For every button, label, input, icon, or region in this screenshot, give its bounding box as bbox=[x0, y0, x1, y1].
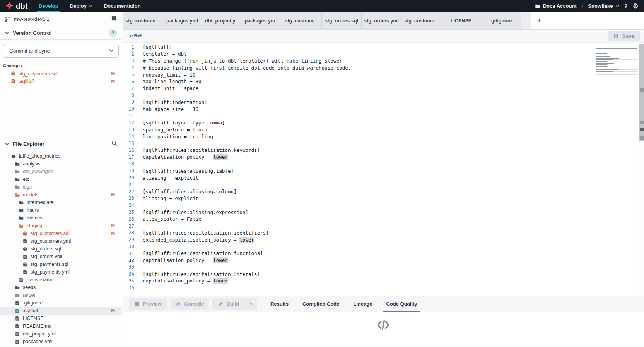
editor-tab[interactable]: stg_orders.yml bbox=[362, 12, 401, 29]
file-tree-item[interactable]: .gitignore bbox=[0, 299, 122, 307]
code-line[interactable]: 7 indent_unit = space bbox=[123, 85, 639, 92]
file-tree-item[interactable]: stg_orders.yml bbox=[0, 253, 122, 260]
file-tree-item[interactable]: staging M bbox=[0, 222, 122, 230]
nav-item[interactable]: Develop bbox=[39, 0, 58, 12]
file-tree-item[interactable]: overview.md bbox=[0, 276, 122, 284]
file-tree-item[interactable]: dbt_project.yml bbox=[0, 330, 122, 338]
minimap[interactable] bbox=[596, 46, 638, 75]
code-editor[interactable]: 1 [sqlfluff] 2 templater = dbt 3 # This … bbox=[123, 43, 644, 296]
code-line[interactable]: 36 bbox=[123, 284, 639, 291]
settings-gear-icon[interactable]: ⚙ bbox=[633, 3, 639, 9]
new-tab-button[interactable]: + bbox=[531, 12, 547, 29]
code-line[interactable]: 23 aliasing = explicit bbox=[123, 195, 639, 202]
file-tree-item[interactable]: .sqlfluff M bbox=[0, 307, 122, 315]
editor-scrollbar[interactable] bbox=[639, 43, 644, 296]
commit-options-toggle[interactable] bbox=[104, 44, 118, 57]
file-tree-item[interactable]: stg_customers.sql M bbox=[0, 230, 122, 237]
code-line[interactable]: 24 bbox=[123, 202, 639, 209]
code-line[interactable]: 11 bbox=[123, 112, 639, 119]
code-line[interactable]: 35 capitalisation_policy = lower bbox=[123, 277, 639, 284]
result-tab[interactable]: Results bbox=[270, 296, 289, 312]
editor-tab[interactable]: dbt_project.y... bbox=[202, 12, 242, 29]
code-line[interactable]: 34 [sqlfluff:rules:capitalisation.litera… bbox=[123, 270, 639, 277]
connection-selector[interactable]: Snowflake bbox=[588, 3, 619, 9]
dbt-logo[interactable]: dbt bbox=[5, 2, 28, 10]
file-tree-item[interactable]: target bbox=[0, 291, 122, 299]
editor-tab[interactable]: packages.ym... bbox=[242, 12, 282, 29]
code-line[interactable]: 31 [sqlfluff:rules:capitalisation.functi… bbox=[123, 250, 639, 257]
file-tree-item[interactable]: metrics bbox=[0, 214, 122, 222]
code-line[interactable]: 3 # This change (from jinja to dbt templ… bbox=[123, 58, 639, 65]
build-options-toggle[interactable] bbox=[246, 298, 257, 310]
code-line[interactable]: 10 tab_space_size = 10 bbox=[123, 105, 639, 112]
code-line[interactable]: 16 [sqlfluff:rules:capitalisation.keywor… bbox=[123, 147, 639, 154]
file-tree-item[interactable]: LICENSE bbox=[0, 315, 122, 322]
code-line[interactable]: 15 bbox=[123, 140, 639, 147]
code-line[interactable]: 30 bbox=[123, 243, 639, 250]
file-tree-item[interactable]: seeds bbox=[0, 284, 122, 291]
changed-file-row[interactable]: stg_customers.sql M bbox=[0, 70, 122, 77]
code-line[interactable]: 22 [sqlfluff:rules:aliasing.column] bbox=[123, 188, 639, 195]
search-icon[interactable] bbox=[111, 140, 117, 147]
scrollbar-thumb[interactable] bbox=[639, 44, 644, 141]
code-line[interactable]: 1 [sqlfluff] bbox=[123, 44, 639, 51]
action-button[interactable]: Preview bbox=[129, 298, 167, 310]
code-line[interactable]: 20 aliasing = explicit bbox=[123, 174, 639, 181]
code-line[interactable]: 4 # because linting will first compile d… bbox=[123, 64, 639, 71]
panel-columns-icon[interactable] bbox=[111, 15, 117, 22]
code-line[interactable]: 21 bbox=[123, 181, 639, 188]
nav-item[interactable]: Documentation bbox=[104, 0, 141, 12]
commit-and-sync-button[interactable]: Commit and sync bbox=[3, 44, 119, 58]
editor-tab-overflow[interactable]: . bbox=[521, 12, 531, 29]
result-tab[interactable]: Lineage bbox=[353, 296, 372, 312]
code-line[interactable]: 28 [sqlfluff:rules:capitalisation.identi… bbox=[123, 230, 639, 236]
file-tree-item[interactable]: stg_payments.sql bbox=[0, 260, 122, 268]
code-line[interactable]: 32 capitalisation_policy = lower bbox=[123, 257, 639, 264]
file-tree-item[interactable]: intermediate bbox=[0, 199, 122, 206]
file-tree-item[interactable]: stg_orders.sql bbox=[0, 245, 122, 253]
editor-tab[interactable]: stg_custome... bbox=[282, 12, 322, 29]
code-line[interactable]: 17 capitalisation_policy = lower bbox=[123, 154, 639, 161]
code-line[interactable]: 33 bbox=[123, 264, 639, 271]
file-explorer-header[interactable]: File Explorer bbox=[0, 136, 122, 151]
code-line[interactable]: 5 runaway_limit = 10 bbox=[123, 71, 639, 78]
file-tree-item[interactable]: README.md bbox=[0, 322, 122, 330]
code-line[interactable]: 18 bbox=[123, 161, 639, 168]
code-line[interactable]: 27 bbox=[123, 223, 639, 230]
action-button[interactable]: Build bbox=[212, 298, 257, 310]
account-selector[interactable]: Docs Account bbox=[535, 3, 577, 9]
editor-tab[interactable]: stg_custome... bbox=[123, 12, 162, 29]
editor-tab[interactable]: stg_orders.sql bbox=[322, 12, 362, 29]
editor-tab[interactable]: .gitignore bbox=[481, 12, 521, 29]
code-line[interactable]: 19 [sqlfluff:rules:aliasing.table] bbox=[123, 167, 639, 174]
code-line[interactable]: 14 line_position = trailing bbox=[123, 133, 639, 140]
result-tab[interactable]: Compiled Code bbox=[302, 296, 339, 312]
file-tree-item[interactable]: jaffle_shop_metrics bbox=[0, 152, 122, 160]
code-line[interactable]: 12 [sqlfluff:layout:type:comma] bbox=[123, 119, 639, 126]
code-line[interactable]: 13 spacing_before = touch bbox=[123, 126, 639, 133]
file-tree-item[interactable]: etc bbox=[0, 175, 122, 183]
code-line[interactable]: 6 max_line_length = 80 bbox=[123, 78, 639, 85]
file-tree-item[interactable]: marts bbox=[0, 206, 122, 214]
code-line[interactable]: 2 templater = dbt bbox=[123, 51, 639, 58]
file-tree-item[interactable]: stg_customers.yml bbox=[0, 237, 122, 245]
nav-item[interactable]: Deploy bbox=[70, 0, 92, 12]
action-button[interactable]: Compile bbox=[170, 298, 209, 310]
editor-tab[interactable]: LICENSE bbox=[441, 12, 481, 29]
file-tree-item[interactable]: dbt_packages bbox=[0, 168, 122, 175]
version-control-header[interactable]: Version Control 2 bbox=[0, 26, 122, 40]
file-tree-item[interactable]: analysis bbox=[0, 160, 122, 168]
code-line[interactable]: 26 allow_scalar = False bbox=[123, 216, 639, 223]
editor-tab[interactable]: packages.yml bbox=[162, 12, 202, 29]
editor-tab[interactable]: stg_custome... bbox=[401, 12, 441, 29]
save-button[interactable]: Save bbox=[608, 31, 640, 41]
result-tab[interactable]: Code Quality bbox=[386, 296, 417, 312]
file-tree-item[interactable]: models M bbox=[0, 191, 122, 199]
code-line[interactable]: 25 [sqlfluff:rules:aliasing.expression] bbox=[123, 209, 639, 216]
code-line[interactable]: 29 extended_capitalisation_policy = lowe… bbox=[123, 236, 639, 243]
file-tree-item[interactable]: logs bbox=[0, 183, 122, 191]
changed-file-row[interactable]: .sqlfluff M bbox=[0, 77, 122, 85]
code-line[interactable]: 9 [sqlfluff:indentation] bbox=[123, 99, 639, 105]
help-button[interactable]: ? bbox=[624, 3, 628, 9]
file-tree-item[interactable]: stg_payments.yml bbox=[0, 268, 122, 276]
